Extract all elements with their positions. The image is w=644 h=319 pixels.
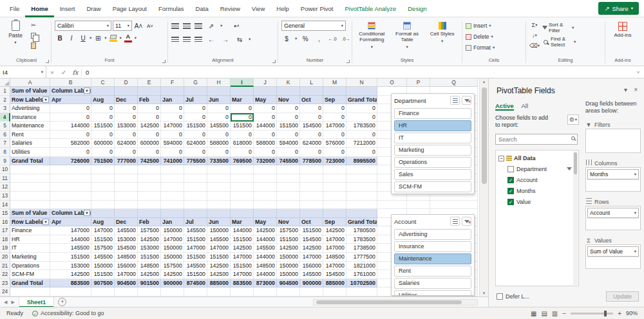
cell[interactable]: HR [10,235,50,244]
cell[interactable]: 0 [138,131,161,140]
cell[interactable]: 745500 [277,157,300,166]
cell[interactable]: 0 [207,148,231,157]
cell[interactable]: Maintenance [10,122,50,131]
cell[interactable]: Grand Total [10,279,50,288]
cell[interactable]: 778500 [300,157,323,166]
defer-layout-checkbox[interactable]: Defer L... [497,293,529,300]
cell[interactable] [115,192,138,201]
cell[interactable]: 588000 [254,139,277,148]
cell[interactable]: 151500 [231,235,254,244]
cell[interactable] [346,192,377,201]
cell[interactable]: 147000 [91,226,115,235]
cell[interactable]: 147000 [184,244,207,253]
filters-area[interactable] [585,129,641,153]
clear-filter-icon[interactable]: × [462,96,471,105]
cell[interactable]: 142500 [138,235,161,244]
cell[interactable]: 150000 [161,244,184,253]
cell[interactable]: 142500 [161,270,184,279]
cell[interactable]: Nov [277,218,300,227]
cell[interactable] [377,201,407,210]
cell[interactable]: 904500 [277,279,300,288]
cell[interactable]: 147000 [231,253,254,262]
cell[interactable] [138,165,161,174]
ribbon-tab-review[interactable]: Review [214,0,246,17]
multi-select-icon[interactable] [450,96,460,105]
number-format-select[interactable]: General▾ [281,21,346,31]
row-header[interactable]: 8 [0,148,10,157]
cell[interactable]: 151500 [91,270,115,279]
column-header[interactable]: J [254,78,277,87]
column-header[interactable]: G [184,78,207,87]
font-size-select[interactable]: 11▾ [113,21,132,31]
ribbon-tab-help[interactable]: Help [270,0,295,17]
cell[interactable] [254,87,277,96]
next-sheet-icon[interactable]: ▶ [11,300,14,305]
field-item-value[interactable]: ✓Value [498,196,572,207]
cell[interactable]: 582000 [50,139,91,148]
row-header[interactable]: 3 [0,104,10,113]
field-item-department[interactable]: Department [498,163,572,174]
cell[interactable]: 0 [254,104,277,113]
insert-cells-button[interactable]: Insert▾ [466,21,522,31]
cell[interactable]: 777000 [115,157,138,166]
cell[interactable]: Oct [300,218,323,227]
cell[interactable] [254,174,277,183]
cell[interactable]: 157500 [277,226,300,235]
vertical-scroll-thumb[interactable] [482,87,487,184]
cell[interactable]: 157500 [138,226,161,235]
cell[interactable] [300,174,323,183]
fill-color-button[interactable] [108,33,118,43]
cell[interactable]: 151500 [184,253,207,262]
field-checkbox[interactable] [507,166,514,172]
cell[interactable]: 0 [50,113,91,122]
zoom-out-icon[interactable]: − [562,310,566,317]
slicer-item[interactable]: Insurance [394,241,471,252]
cell[interactable] [138,201,161,210]
field-checkbox[interactable]: ✓ [507,199,514,205]
cell[interactable] [184,209,207,218]
cell[interactable]: 144000 [254,122,277,131]
row-header[interactable]: 20 [0,253,10,262]
cell[interactable]: 588000 [207,139,231,148]
cell[interactable]: 151500 [184,270,207,279]
slicer-item[interactable]: Sales [394,169,471,180]
cell[interactable]: 150000 [161,253,184,262]
format-as-table-button[interactable]: Format as Table▾ [391,21,424,56]
sheet-tab-sheet1[interactable]: Sheet1 [19,297,55,307]
fields-options-button[interactable]: ⚙▾ [567,114,579,125]
cell[interactable]: 10702500 [346,279,377,288]
cell[interactable]: 0 [184,131,207,140]
cell[interactable] [10,192,50,201]
cell[interactable] [231,165,254,174]
cell[interactable]: 733500 [207,157,231,166]
cell[interactable]: 144000 [254,235,277,244]
vertical-scrollbar[interactable]: ▲ ▼ [479,78,488,296]
cell[interactable]: Grand Total [10,157,50,166]
copy-button[interactable] [28,31,39,40]
zoom-slider-thumb[interactable] [604,311,607,316]
currency-button[interactable]: $ [281,33,292,44]
cell[interactable] [277,209,300,218]
row-header[interactable]: 16 [0,218,10,227]
cell[interactable]: 8995500 [346,157,377,166]
multi-select-icon[interactable] [450,217,460,226]
comma-style-button[interactable]: , [314,33,324,44]
row-header[interactable]: 6 [0,131,10,140]
number-dialog-launcher[interactable] [346,60,350,63]
cell[interactable] [91,165,115,174]
update-button[interactable]: Update [606,291,639,302]
column-header[interactable]: M [323,78,346,87]
column-header[interactable]: Q [430,78,478,87]
row-header[interactable]: 7 [0,139,10,148]
cell[interactable] [115,287,138,296]
cell[interactable]: 624000 [184,139,207,148]
cell[interactable]: 142500 [207,270,231,279]
cell[interactable]: 150000 [161,226,184,235]
find-select-button[interactable]: Find & Select▾ [542,36,576,48]
slicer-item[interactable]: Finance [394,108,471,119]
cell[interactable]: 0 [91,148,115,157]
cell[interactable]: 156000 [115,262,138,271]
cell[interactable]: 0 [50,148,91,157]
insert-function-icon[interactable]: fx [70,66,81,78]
cell[interactable]: 142500 [138,270,161,279]
